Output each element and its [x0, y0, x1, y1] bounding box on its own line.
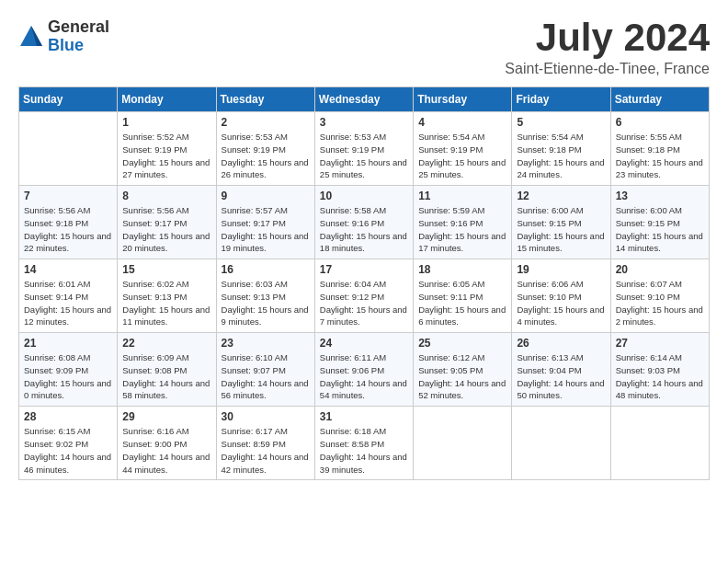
day-cell: 14Sunrise: 6:01 AMSunset: 9:14 PMDayligh…: [19, 259, 118, 333]
day-number: 23: [222, 337, 310, 350]
logo-blue: Blue: [48, 37, 109, 55]
day-info: Sunrise: 5:56 AMSunset: 9:18 PMDaylight:…: [24, 204, 112, 255]
day-cell: 5Sunrise: 5:54 AMSunset: 9:18 PMDaylight…: [512, 112, 610, 186]
col-header-monday: Monday: [118, 87, 216, 112]
day-info: Sunrise: 6:08 AMSunset: 9:09 PMDaylight:…: [24, 351, 112, 402]
day-cell: 23Sunrise: 6:10 AMSunset: 9:07 PMDayligh…: [216, 333, 314, 407]
day-number: 5: [517, 116, 605, 129]
week-row-2: 7Sunrise: 5:56 AMSunset: 9:18 PMDaylight…: [19, 186, 710, 259]
day-number: 22: [122, 337, 210, 350]
day-cell: 2Sunrise: 5:53 AMSunset: 9:19 PMDaylight…: [216, 112, 314, 186]
week-row-5: 28Sunrise: 6:15 AMSunset: 9:02 PMDayligh…: [19, 407, 710, 480]
week-row-3: 14Sunrise: 6:01 AMSunset: 9:14 PMDayligh…: [19, 259, 710, 333]
logo-text: General Blue: [48, 18, 109, 55]
day-info: Sunrise: 6:05 AMSunset: 9:11 PMDaylight:…: [418, 278, 506, 328]
day-number: 2: [222, 116, 310, 129]
day-cell: [19, 112, 118, 186]
day-number: 13: [616, 190, 704, 202]
day-cell: 29Sunrise: 6:16 AMSunset: 9:00 PMDayligh…: [118, 407, 216, 480]
day-cell: 24Sunrise: 6:11 AMSunset: 9:06 PMDayligh…: [314, 333, 413, 407]
day-number: 10: [320, 190, 408, 202]
day-info: Sunrise: 6:03 AMSunset: 9:13 PMDaylight:…: [222, 278, 310, 328]
day-info: Sunrise: 6:14 AMSunset: 9:03 PMDaylight:…: [616, 351, 704, 402]
day-cell: 19Sunrise: 6:06 AMSunset: 9:10 PMDayligh…: [512, 259, 610, 333]
day-info: Sunrise: 5:54 AMSunset: 9:18 PMDaylight:…: [517, 131, 605, 181]
logo: General Blue: [18, 18, 109, 55]
week-row-4: 21Sunrise: 6:08 AMSunset: 9:09 PMDayligh…: [19, 333, 710, 407]
day-number: 17: [320, 263, 408, 276]
day-cell: 28Sunrise: 6:15 AMSunset: 9:02 PMDayligh…: [19, 407, 118, 480]
day-info: Sunrise: 6:16 AMSunset: 9:00 PMDaylight:…: [122, 425, 210, 476]
title-block: July 2024 Saint-Etienne-de-Tinee, France: [505, 18, 710, 77]
day-cell: 20Sunrise: 6:07 AMSunset: 9:10 PMDayligh…: [610, 259, 709, 333]
day-cell: [414, 407, 512, 480]
day-cell: 11Sunrise: 5:59 AMSunset: 9:16 PMDayligh…: [414, 186, 512, 259]
day-info: Sunrise: 5:58 AMSunset: 9:16 PMDaylight:…: [320, 204, 408, 255]
col-header-wednesday: Wednesday: [314, 87, 413, 112]
day-number: 7: [24, 190, 112, 202]
day-cell: 4Sunrise: 5:54 AMSunset: 9:19 PMDaylight…: [414, 112, 512, 186]
day-info: Sunrise: 6:15 AMSunset: 9:02 PMDaylight:…: [24, 425, 112, 476]
day-cell: 1Sunrise: 5:52 AMSunset: 9:19 PMDaylight…: [118, 112, 216, 186]
day-info: Sunrise: 5:56 AMSunset: 9:17 PMDaylight:…: [122, 204, 210, 255]
logo-general: General: [48, 18, 109, 37]
day-number: 30: [222, 410, 310, 423]
day-number: 28: [24, 410, 112, 423]
day-info: Sunrise: 6:06 AMSunset: 9:10 PMDaylight:…: [517, 278, 605, 328]
day-info: Sunrise: 6:12 AMSunset: 9:05 PMDaylight:…: [418, 351, 506, 402]
day-cell: 7Sunrise: 5:56 AMSunset: 9:18 PMDaylight…: [19, 186, 118, 259]
day-info: Sunrise: 5:54 AMSunset: 9:19 PMDaylight:…: [418, 131, 506, 181]
day-info: Sunrise: 6:00 AMSunset: 9:15 PMDaylight:…: [616, 204, 704, 255]
day-info: Sunrise: 6:17 AMSunset: 8:59 PMDaylight:…: [222, 425, 310, 476]
day-info: Sunrise: 6:01 AMSunset: 9:14 PMDaylight:…: [24, 278, 112, 328]
day-cell: 26Sunrise: 6:13 AMSunset: 9:04 PMDayligh…: [512, 333, 610, 407]
day-cell: 10Sunrise: 5:58 AMSunset: 9:16 PMDayligh…: [314, 186, 413, 259]
day-number: 1: [122, 116, 210, 129]
col-header-tuesday: Tuesday: [216, 87, 314, 112]
day-cell: 22Sunrise: 6:09 AMSunset: 9:08 PMDayligh…: [118, 333, 216, 407]
day-cell: 15Sunrise: 6:02 AMSunset: 9:13 PMDayligh…: [118, 259, 216, 333]
day-cell: 27Sunrise: 6:14 AMSunset: 9:03 PMDayligh…: [610, 333, 709, 407]
day-number: 31: [320, 410, 408, 423]
day-cell: [512, 407, 610, 480]
day-cell: 30Sunrise: 6:17 AMSunset: 8:59 PMDayligh…: [216, 407, 314, 480]
day-number: 16: [222, 263, 310, 276]
day-info: Sunrise: 6:10 AMSunset: 9:07 PMDaylight:…: [222, 351, 310, 402]
day-number: 15: [122, 263, 210, 276]
col-header-friday: Friday: [512, 87, 610, 112]
day-info: Sunrise: 5:53 AMSunset: 9:19 PMDaylight:…: [320, 131, 408, 181]
day-cell: 16Sunrise: 6:03 AMSunset: 9:13 PMDayligh…: [216, 259, 314, 333]
day-number: 21: [24, 337, 112, 350]
day-info: Sunrise: 6:02 AMSunset: 9:13 PMDaylight:…: [122, 278, 210, 328]
day-number: 25: [418, 337, 506, 350]
day-cell: [610, 407, 709, 480]
day-cell: 6Sunrise: 5:55 AMSunset: 9:18 PMDaylight…: [610, 112, 709, 186]
day-number: 24: [320, 337, 408, 350]
day-info: Sunrise: 5:53 AMSunset: 9:19 PMDaylight:…: [222, 131, 310, 181]
day-number: 19: [517, 263, 605, 276]
day-info: Sunrise: 6:07 AMSunset: 9:10 PMDaylight:…: [616, 278, 704, 328]
day-cell: 3Sunrise: 5:53 AMSunset: 9:19 PMDaylight…: [314, 112, 413, 186]
day-cell: 21Sunrise: 6:08 AMSunset: 9:09 PMDayligh…: [19, 333, 118, 407]
day-number: 29: [122, 410, 210, 423]
day-cell: 17Sunrise: 6:04 AMSunset: 9:12 PMDayligh…: [314, 259, 413, 333]
day-info: Sunrise: 6:04 AMSunset: 9:12 PMDaylight:…: [320, 278, 408, 328]
day-number: 3: [320, 116, 408, 129]
col-header-saturday: Saturday: [610, 87, 709, 112]
day-cell: 9Sunrise: 5:57 AMSunset: 9:17 PMDaylight…: [216, 186, 314, 259]
day-number: 12: [517, 190, 605, 202]
day-cell: 8Sunrise: 5:56 AMSunset: 9:17 PMDaylight…: [118, 186, 216, 259]
calendar-table: SundayMondayTuesdayWednesdayThursdayFrid…: [18, 86, 710, 480]
day-cell: 31Sunrise: 6:18 AMSunset: 8:58 PMDayligh…: [314, 407, 413, 480]
day-number: 9: [222, 190, 310, 202]
day-number: 18: [418, 263, 506, 276]
day-number: 27: [616, 337, 704, 350]
day-number: 6: [616, 116, 704, 129]
day-number: 26: [517, 337, 605, 350]
day-number: 14: [24, 263, 112, 276]
day-info: Sunrise: 6:09 AMSunset: 9:08 PMDaylight:…: [122, 351, 210, 402]
day-info: Sunrise: 6:00 AMSunset: 9:15 PMDaylight:…: [517, 204, 605, 255]
week-row-1: 1Sunrise: 5:52 AMSunset: 9:19 PMDaylight…: [19, 112, 710, 186]
day-number: 8: [122, 190, 210, 202]
day-number: 11: [418, 190, 506, 202]
